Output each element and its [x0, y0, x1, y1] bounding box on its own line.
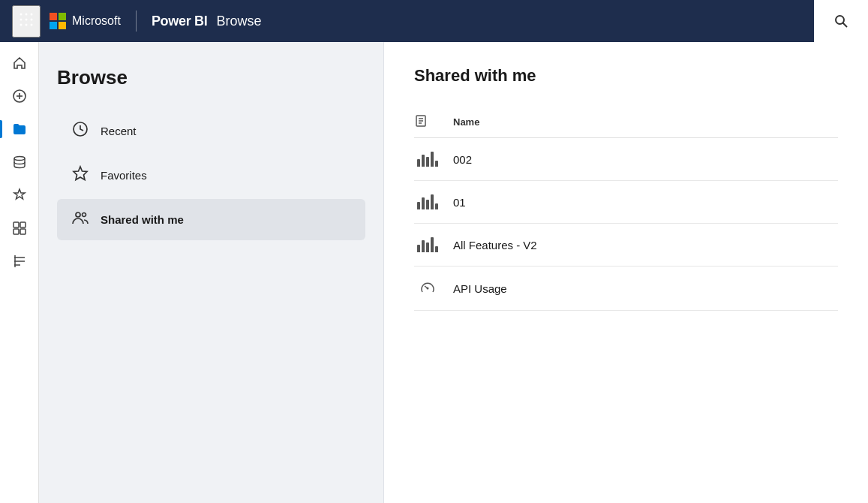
row-name-002: 002: [453, 153, 838, 166]
row-name-allfeatures: All Features - V2: [453, 239, 838, 252]
browse-menu-item-favorites[interactable]: Favorites: [57, 155, 365, 196]
report-icon-01: [414, 194, 441, 209]
svg-point-7: [26, 23, 28, 26]
report-icon-002: [414, 152, 441, 167]
svg-point-9: [836, 16, 844, 24]
table-row[interactable]: 01: [414, 181, 838, 224]
ms-squares-icon: [50, 13, 66, 29]
svg-rect-16: [20, 222, 26, 227]
svg-point-28: [427, 288, 429, 290]
sidebar-item-home[interactable]: [5, 48, 35, 78]
main-layout: Browse Recent Favorites: [0, 42, 868, 503]
company-name-label: Microsoft: [72, 14, 121, 28]
svg-point-22: [83, 213, 86, 217]
row-name-01: 01: [453, 196, 838, 209]
browse-menu-item-recent[interactable]: Recent: [57, 110, 365, 152]
sidebar-item-browse[interactable]: [5, 114, 35, 144]
table-row[interactable]: All Features - V2: [414, 224, 838, 267]
sidebar-item-learn[interactable]: [5, 246, 35, 276]
nav-divider: [136, 11, 137, 32]
svg-rect-18: [20, 229, 26, 234]
search-icon: [833, 14, 848, 29]
people-icon: [72, 209, 89, 230]
content-title: Shared with me: [414, 66, 838, 86]
clock-icon: [72, 121, 89, 141]
table-header: Name: [414, 107, 838, 138]
row-name-apiusage: API Usage: [453, 282, 838, 295]
browse-panel-title: Browse: [57, 66, 365, 89]
svg-point-5: [31, 18, 33, 20]
browse-shared-label: Shared with me: [101, 213, 184, 226]
table-row[interactable]: API Usage: [414, 267, 838, 311]
app-launcher-button[interactable]: [12, 5, 41, 38]
svg-point-4: [26, 18, 28, 20]
svg-point-0: [20, 13, 23, 15]
browse-recent-label: Recent: [101, 125, 137, 137]
svg-point-1: [26, 13, 28, 15]
browse-favorites-label: Favorites: [101, 169, 147, 182]
browse-menu: Recent Favorites: [57, 110, 365, 240]
svg-point-14: [14, 157, 25, 161]
svg-point-6: [20, 23, 23, 26]
table-col-name-header: Name: [453, 116, 838, 128]
report-icon-allfeatures: [414, 237, 441, 252]
svg-point-2: [31, 13, 33, 15]
table-row[interactable]: 002: [414, 138, 838, 181]
browse-menu-item-shared[interactable]: Shared with me: [57, 199, 365, 240]
table-col-icon-header: [414, 114, 441, 130]
microsoft-logo: Microsoft: [50, 13, 121, 29]
sidebar-item-apps[interactable]: [5, 213, 35, 243]
gauge-icon-apiusage: [414, 280, 441, 297]
search-button[interactable]: [814, 0, 868, 42]
sidebar-item-data-hub[interactable]: [5, 147, 35, 177]
sidebar-narrow: [0, 42, 39, 503]
page-title-label: Browse: [217, 14, 262, 29]
content-panel: Shared with me Name: [384, 42, 868, 503]
svg-rect-17: [14, 229, 19, 234]
sidebar-item-create[interactable]: [5, 81, 35, 111]
svg-marker-20: [74, 167, 87, 180]
svg-rect-15: [14, 222, 19, 227]
top-nav: Microsoft Power BI Browse: [0, 0, 868, 42]
svg-point-3: [20, 18, 23, 20]
browse-panel: Browse Recent Favorites: [39, 42, 384, 503]
star-icon: [72, 165, 89, 185]
sidebar-item-goals[interactable]: [5, 180, 35, 210]
app-name-label: Power BI: [152, 14, 208, 29]
svg-line-10: [843, 23, 848, 28]
svg-point-21: [76, 212, 80, 217]
svg-point-8: [31, 23, 33, 26]
